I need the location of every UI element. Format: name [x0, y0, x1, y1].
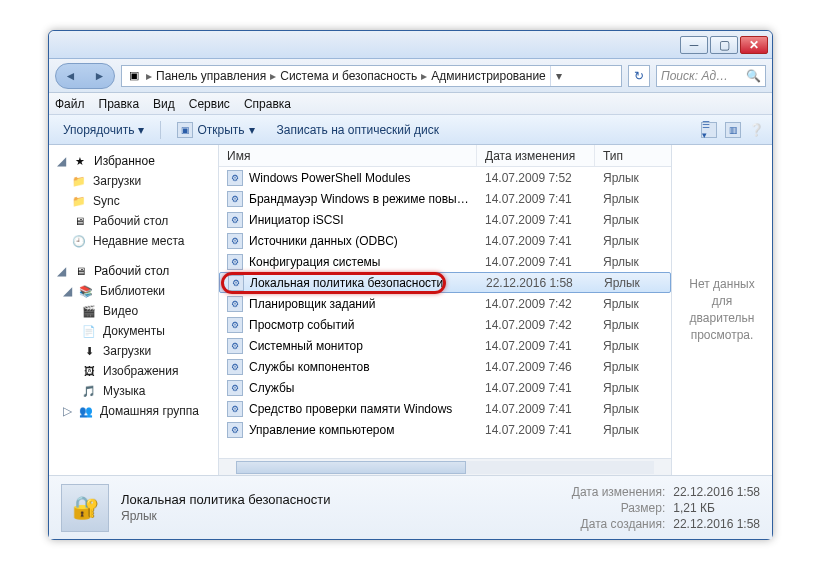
- nav-item-recent[interactable]: 🕘Недавние места: [51, 231, 216, 251]
- chevron-down-icon: ▾: [138, 123, 144, 137]
- preview-pane-button[interactable]: ▥: [725, 122, 741, 138]
- nav-favorites[interactable]: ◢★Избранное: [51, 151, 216, 171]
- file-type: Ярлык: [595, 381, 671, 395]
- shortcut-icon: ⚙: [227, 170, 243, 186]
- shortcut-icon: ⚙: [227, 401, 243, 417]
- nav-item-downloads[interactable]: 📁Загрузки: [51, 171, 216, 191]
- search-input[interactable]: Поиск: Ад… 🔍: [656, 65, 766, 87]
- file-date: 14.07.2009 7:42: [477, 297, 595, 311]
- music-icon: 🎵: [81, 383, 97, 399]
- file-row[interactable]: ⚙Просмотр событий14.07.2009 7:42Ярлык: [219, 314, 671, 335]
- titlebar: ─ ▢ ✕: [49, 31, 772, 59]
- refresh-button[interactable]: ↻: [628, 65, 650, 87]
- file-row[interactable]: ⚙Инициатор iSCSI14.07.2009 7:41Ярлык: [219, 209, 671, 230]
- shortcut-icon: ⚙: [227, 359, 243, 375]
- col-type[interactable]: Тип: [595, 145, 671, 166]
- back-icon: ◄: [65, 69, 77, 83]
- file-name: Локальная политика безопасности: [250, 276, 443, 290]
- shortcut-icon: ⚙: [227, 191, 243, 207]
- shortcut-icon: ⚙: [227, 212, 243, 228]
- close-button[interactable]: ✕: [740, 36, 768, 54]
- burn-button[interactable]: Записать на оптический диск: [271, 119, 446, 141]
- menu-file[interactable]: Файл: [55, 97, 85, 111]
- file-row[interactable]: ⚙Источники данных (ODBC)14.07.2009 7:41Я…: [219, 230, 671, 251]
- file-row[interactable]: ⚙Службы14.07.2009 7:41Ярлык: [219, 377, 671, 398]
- nav-homegroup[interactable]: ▷👥Домашняя группа: [51, 401, 216, 421]
- nav-back-forward[interactable]: ◄ ►: [55, 63, 115, 89]
- nav-item-pictures[interactable]: 🖼Изображения: [51, 361, 216, 381]
- minimize-button[interactable]: ─: [680, 36, 708, 54]
- open-button[interactable]: ▣Открыть ▾: [171, 119, 260, 141]
- file-date: 14.07.2009 7:41: [477, 402, 595, 416]
- library-icon: 📚: [78, 283, 94, 299]
- file-name: Службы компонентов: [249, 360, 370, 374]
- horizontal-scrollbar[interactable]: [219, 458, 671, 475]
- star-icon: ★: [72, 153, 88, 169]
- nav-desktop[interactable]: ◢🖥Рабочий стол: [51, 261, 216, 281]
- breadcrumb-dropdown[interactable]: ▾: [550, 65, 568, 87]
- menu-help[interactable]: Справка: [244, 97, 291, 111]
- col-name[interactable]: Имя: [219, 145, 477, 166]
- file-row[interactable]: ⚙Брандмауэр Windows в режиме повы…14.07.…: [219, 188, 671, 209]
- col-date[interactable]: Дата изменения: [477, 145, 595, 166]
- file-date: 14.07.2009 7:41: [477, 255, 595, 269]
- file-type: Ярлык: [595, 360, 671, 374]
- preview-empty-text: Нет данных для дварительн просмотра.: [682, 276, 762, 343]
- file-name: Инициатор iSCSI: [249, 213, 344, 227]
- file-date: 14.07.2009 7:41: [477, 213, 595, 227]
- nav-item-desktop[interactable]: 🖥Рабочий стол: [51, 211, 216, 231]
- file-row[interactable]: ⚙Управление компьютером14.07.2009 7:41Яр…: [219, 419, 671, 440]
- file-name: Конфигурация системы: [249, 255, 380, 269]
- details-pane: 🔐 Локальная политика безопасности Ярлык …: [49, 475, 772, 539]
- file-name: Службы: [249, 381, 294, 395]
- nav-libraries[interactable]: ◢📚Библиотеки: [51, 281, 216, 301]
- breadcrumb-seg[interactable]: Система и безопасность: [280, 69, 417, 83]
- view-mode-button[interactable]: ☰ ▾: [701, 122, 717, 138]
- file-row[interactable]: ⚙Windows PowerShell Modules14.07.2009 7:…: [219, 167, 671, 188]
- menu-edit[interactable]: Правка: [99, 97, 140, 111]
- maximize-button[interactable]: ▢: [710, 36, 738, 54]
- help-icon[interactable]: ❔: [749, 123, 764, 137]
- file-name: Брандмауэр Windows в режиме повы…: [249, 192, 469, 206]
- file-row[interactable]: ⚙Локальная политика безопасности22.12.20…: [219, 272, 671, 293]
- scrollbar-thumb[interactable]: [236, 461, 466, 474]
- breadcrumb-seg[interactable]: Администрирование: [431, 69, 545, 83]
- file-row[interactable]: ⚙Конфигурация системы14.07.2009 7:41Ярлы…: [219, 251, 671, 272]
- file-name: Планировщик заданий: [249, 297, 375, 311]
- file-row[interactable]: ⚙Системный монитор14.07.2009 7:41Ярлык: [219, 335, 671, 356]
- breadcrumb-seg[interactable]: Панель управления: [156, 69, 266, 83]
- file-name: Средство проверки памяти Windows: [249, 402, 452, 416]
- document-icon: 📄: [81, 323, 97, 339]
- file-date: 14.07.2009 7:52: [477, 171, 595, 185]
- breadcrumb[interactable]: ▣ ▸ Панель управления ▸ Система и безопа…: [121, 65, 622, 87]
- address-bar: ◄ ► ▣ ▸ Панель управления ▸ Система и бе…: [49, 59, 772, 93]
- file-type: Ярлык: [595, 213, 671, 227]
- shortcut-icon: ⚙: [227, 422, 243, 438]
- file-name: Windows PowerShell Modules: [249, 171, 410, 185]
- file-row[interactable]: ⚙Средство проверки памяти Windows14.07.2…: [219, 398, 671, 419]
- nav-item-downloads2[interactable]: ⬇Загрузки: [51, 341, 216, 361]
- image-icon: 🖼: [81, 363, 97, 379]
- file-type: Ярлык: [595, 297, 671, 311]
- organize-button[interactable]: Упорядочить ▾: [57, 119, 150, 141]
- nav-item-sync[interactable]: 📁Sync: [51, 191, 216, 211]
- forward-icon: ►: [94, 69, 106, 83]
- nav-item-video[interactable]: 🎬Видео: [51, 301, 216, 321]
- separator: [160, 121, 161, 139]
- video-icon: 🎬: [81, 303, 97, 319]
- file-row[interactable]: ⚙Планировщик заданий14.07.2009 7:42Ярлык: [219, 293, 671, 314]
- menu-view[interactable]: Вид: [153, 97, 175, 111]
- file-name: Просмотр событий: [249, 318, 354, 332]
- menu-tools[interactable]: Сервис: [189, 97, 230, 111]
- homegroup-icon: 👥: [78, 403, 94, 419]
- file-date: 14.07.2009 7:41: [477, 381, 595, 395]
- nav-item-documents[interactable]: 📄Документы: [51, 321, 216, 341]
- file-row[interactable]: ⚙Службы компонентов14.07.2009 7:46Ярлык: [219, 356, 671, 377]
- shortcut-icon: ⚙: [228, 275, 244, 291]
- explorer-window: ─ ▢ ✕ ◄ ► ▣ ▸ Панель управления ▸ Систем…: [48, 30, 773, 540]
- desktop-icon: 🖥: [72, 263, 88, 279]
- file-date: 14.07.2009 7:41: [477, 339, 595, 353]
- nav-item-music[interactable]: 🎵Музыка: [51, 381, 216, 401]
- nav-pane: ◢★Избранное 📁Загрузки 📁Sync 🖥Рабочий сто…: [49, 145, 219, 475]
- details-subtitle: Ярлык: [121, 509, 560, 523]
